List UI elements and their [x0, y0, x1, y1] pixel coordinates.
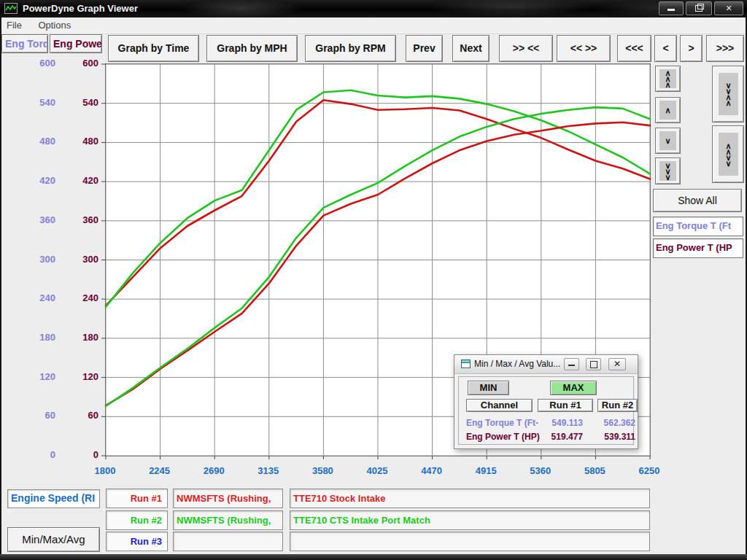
run1-description[interactable]: TTE710 Stock Intake	[290, 489, 650, 508]
minmax-minimize-button[interactable]	[564, 358, 579, 370]
power-axis-tick-label: 0	[61, 449, 98, 460]
minmax-window-title: Min / Max / Avg Valu...	[474, 359, 560, 369]
prev-button[interactable]: Prev	[406, 35, 443, 62]
torque-axis-tick-label: 300	[15, 254, 55, 265]
zoom-in-x-button[interactable]: >> <<	[499, 35, 553, 62]
power-axis-tick-label: 180	[61, 332, 98, 343]
pan-up-button[interactable]: ∧	[655, 97, 681, 123]
next-button[interactable]: Next	[452, 35, 489, 62]
run1-label: Run #1	[106, 489, 168, 508]
pan-down-fast-button[interactable]: ∨∨∨	[655, 158, 681, 184]
minimize-icon	[568, 365, 575, 366]
chevron-down-icon: ∨	[659, 131, 676, 150]
row-power-run2-max: 539.311	[583, 432, 635, 442]
rpm-axis-tick-label: 5805	[573, 465, 616, 476]
run2-description[interactable]: TTE710 CTS Intake Port Match	[290, 510, 650, 530]
y-axis-channel-power-button[interactable]: Eng Powe	[50, 34, 102, 53]
graph-by-time-button[interactable]: Graph by Time	[108, 35, 199, 62]
power-axis-tick-label: 60	[61, 410, 98, 421]
torque-axis-tick-label: 60	[15, 410, 55, 421]
app-icon	[4, 3, 18, 14]
triple-chevron-down-icon: ∨∨∨	[659, 161, 676, 181]
torque-axis-tick-label: 600	[15, 58, 55, 69]
rpm-axis-tick-label: 3580	[301, 465, 344, 476]
pan-down-button[interactable]: ∨	[655, 128, 681, 154]
zoom-out-x-button[interactable]: << >>	[557, 35, 611, 62]
torque-axis-tick-label: 420	[15, 175, 55, 186]
power-channel-label[interactable]: Eng Power T (HP	[653, 238, 743, 258]
power-axis-tick-label: 480	[61, 136, 98, 147]
maximize-icon	[590, 361, 597, 368]
window-left-border	[0, 18, 1, 560]
power-axis-tick-label: 240	[61, 292, 98, 303]
run2-label: Run #2	[106, 510, 168, 530]
rpm-axis-tick-label: 3135	[247, 465, 290, 476]
window-bottom-border	[0, 554, 747, 560]
triple-chevron-up-icon: ∧∧∧	[659, 69, 676, 88]
column-header-run2[interactable]: Run #2	[597, 399, 638, 412]
run3-description[interactable]	[290, 532, 650, 551]
min-tab-button[interactable]: MIN	[468, 381, 509, 395]
rpm-axis-tick-label: 4025	[355, 465, 399, 476]
close-button[interactable]: ✕	[714, 1, 743, 15]
zoom-out-y-button[interactable]: ∧∧∨∨	[712, 125, 744, 183]
minimize-icon	[667, 9, 675, 11]
torque-axis-tick-label: 120	[15, 371, 55, 382]
scroll-right-fast-button[interactable]: >>>	[706, 35, 744, 62]
column-header-channel[interactable]: Channel	[466, 399, 533, 412]
pan-up-fast-button[interactable]: ∧∧∧	[655, 66, 681, 92]
scroll-left-fast-button[interactable]: <<<	[617, 35, 651, 62]
rpm-axis-tick-label: 1800	[83, 465, 127, 476]
powerdyne-window: PowerDyne Graph Viewer ✕ File Options En…	[0, 0, 747, 560]
run3-label: Run #3	[106, 532, 168, 551]
torque-axis-tick-label: 480	[15, 136, 55, 147]
restore-button[interactable]	[686, 1, 712, 15]
run1-file[interactable]: NWMSFTS (Rushing,	[173, 489, 283, 508]
menu-file[interactable]: File	[0, 18, 28, 33]
rpm-axis-tick-label: 4915	[464, 465, 508, 476]
y-axis-channel-torque-button[interactable]: Eng Torq	[1, 34, 48, 53]
minmaxavg-button[interactable]: Min/Max/Avg	[7, 527, 100, 552]
power-axis-tick-label: 600	[61, 58, 98, 69]
row-torque-run1-max: 549.113	[530, 418, 583, 428]
graph-by-rpm-button[interactable]: Graph by RPM	[305, 35, 396, 62]
minimize-button[interactable]	[659, 1, 684, 15]
max-tab-button[interactable]: MAX	[550, 381, 597, 395]
torque-axis-tick-label: 240	[15, 292, 55, 303]
chevron-up-icon: ∧	[659, 101, 676, 120]
graph-by-mph-button[interactable]: Graph by MPH	[206, 35, 298, 62]
rpm-axis-tick-label: 4470	[410, 465, 454, 476]
collapse-vertical-icon: ∨∨∧∧	[719, 73, 738, 115]
menu-bar: File Options	[0, 18, 747, 34]
minmax-close-button[interactable]: ✕	[608, 358, 626, 370]
power-axis-tick-label: 540	[61, 97, 98, 108]
minmax-maximize-button[interactable]	[586, 358, 601, 370]
column-header-run1[interactable]: Run #1	[538, 399, 593, 412]
power-axis-tick-label: 360	[61, 214, 98, 225]
row-torque-channel: Eng Torque T (Ft-	[466, 418, 538, 428]
run2-file[interactable]: NWMSFTS (Rushing,	[173, 510, 283, 530]
form-icon	[461, 359, 471, 368]
torque-axis-tick-label: 0	[15, 449, 55, 460]
power-axis-tick-label: 120	[61, 371, 98, 382]
rpm-axis-tick-label: 5360	[519, 465, 562, 476]
power-axis-tick-label: 300	[61, 254, 98, 265]
x-axis-channel-label[interactable]: Engine Speed (RI	[7, 489, 100, 508]
expand-vertical-icon: ∧∧∨∨	[719, 133, 738, 176]
torque-axis-tick-label: 360	[15, 214, 55, 225]
window-title: PowerDyne Graph Viewer	[23, 3, 138, 14]
power-axis-tick-label: 420	[61, 175, 98, 186]
row-torque-run2-max: 562.362	[583, 418, 635, 428]
run3-file[interactable]	[173, 532, 283, 551]
minmax-values-window[interactable]: Min / Max / Avg Valu... ✕ MIN MAX Channe…	[454, 354, 638, 449]
torque-channel-label[interactable]: Eng Torque T (Ft	[653, 217, 743, 236]
zoom-in-y-button[interactable]: ∨∨∧∧	[712, 66, 744, 122]
scroll-left-button[interactable]: <	[654, 35, 677, 62]
title-bar[interactable]: PowerDyne Graph Viewer ✕	[0, 0, 747, 18]
show-all-button[interactable]: Show All	[653, 189, 742, 212]
menu-options[interactable]: Options	[31, 18, 77, 33]
minmax-title-bar[interactable]: Min / Max / Avg Valu... ✕	[454, 355, 638, 374]
scroll-right-button[interactable]: >	[680, 35, 703, 62]
row-power-channel: Eng Power T (HP)	[466, 432, 540, 442]
rpm-axis-tick-label: 2245	[138, 465, 182, 476]
